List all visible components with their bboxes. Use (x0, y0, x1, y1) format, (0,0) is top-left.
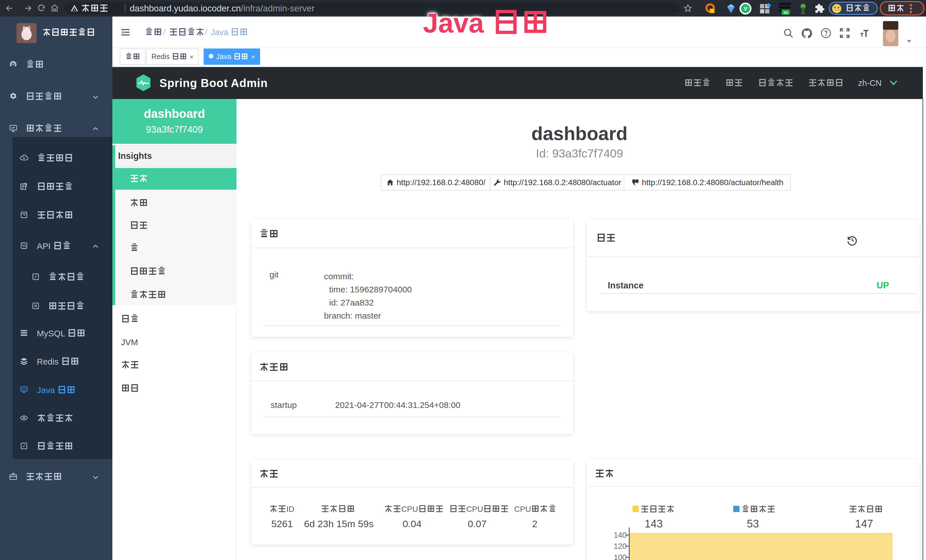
svg-text:on: on (784, 11, 788, 15)
svg-text:1: 1 (711, 9, 713, 13)
svg-text:V: V (744, 6, 747, 12)
